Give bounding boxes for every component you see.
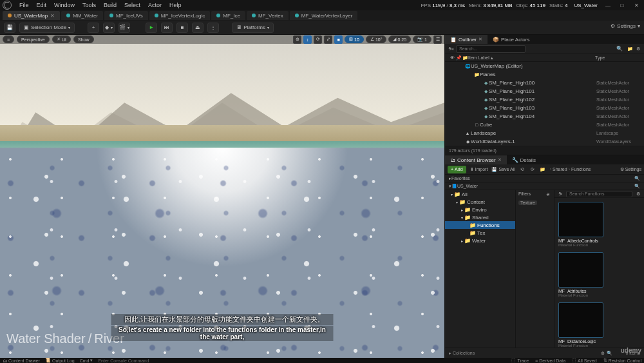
vp-scale-snap[interactable]: ◢0.25 — [388, 35, 411, 43]
outliner-settings-icon[interactable]: ⚙ — [635, 46, 641, 52]
col-item-label[interactable]: Item Label ▴ — [468, 55, 595, 61]
outliner-row[interactable]: □CubeStaticMeshActor — [445, 121, 644, 129]
asset-settings-icon[interactable]: ⚙ — [635, 191, 641, 197]
asset-tile[interactable]: MF_DistanceLogicMaterial Function — [558, 302, 603, 348]
outliner-row[interactable]: 🌐US_WaterMap (Editor) — [445, 62, 644, 70]
filter-settings-icon[interactable]: ⚞ — [545, 191, 551, 198]
cb-source-tree[interactable]: ▾📁All▾📁Content▸📁Enviro▾📁Shared📁Functions… — [445, 190, 516, 348]
vp-scale-icon[interactable]: ⤢ — [324, 35, 332, 44]
outliner-search-input[interactable] — [456, 45, 526, 53]
menu-edit[interactable]: Edit — [37, 2, 47, 8]
crumb-functions[interactable]: Functions — [571, 167, 591, 172]
tab-details[interactable]: 🔧 Details — [507, 155, 541, 164]
cb-add-button[interactable]: + Add — [448, 166, 466, 173]
menu-select[interactable]: Select — [124, 2, 140, 8]
outliner-tree[interactable]: 🌐US_WaterMap (Editor)📁Planes◆SM_Plane_Hi… — [445, 62, 644, 146]
outliner-row[interactable]: ◆SM_Plane_High100StaticMeshActor — [445, 79, 644, 87]
settings-dropdown[interactable]: ⚙ Settings ▾ — [611, 23, 640, 29]
tab-place-actors[interactable]: 📦 Place Actors — [488, 35, 535, 44]
vp-camera-speed[interactable]: 📷1 — [413, 35, 431, 43]
vp-maximize-icon[interactable]: ☰ — [433, 35, 442, 44]
play-button[interactable]: ► — [146, 23, 157, 33]
doc-tab[interactable]: MF_IceUVs — [104, 11, 148, 20]
cb-settings-button[interactable]: ⚙ Settings — [620, 167, 641, 172]
console-input[interactable]: Enter Console Command — [98, 358, 149, 363]
output-log-button[interactable]: 📜 Output Log — [45, 358, 75, 363]
cb-collection-search-icon[interactable]: 🔍 — [606, 350, 612, 357]
selection-mode-dropdown[interactable]: ▣Selection Mode▾ — [19, 23, 75, 33]
content-drawer-button[interactable]: 🗂 Content Drawer — [3, 358, 40, 363]
outliner-row[interactable]: ▲LandscapeLandscape — [445, 129, 644, 137]
menu-file[interactable]: File — [19, 2, 29, 8]
filter-chip-texture[interactable]: Texture — [518, 201, 537, 205]
blueprints-button[interactable]: ◆▾ — [103, 23, 115, 33]
col-pin-icon[interactable]: 📌 — [455, 55, 462, 61]
save-button[interactable]: 💾 — [4, 23, 15, 33]
platforms-dropdown[interactable]: 🖥Platforms▾ — [232, 23, 274, 33]
outliner-row[interactable]: ◆SM_Plane_High104StaticMeshActor — [445, 112, 644, 121]
all-saved-button[interactable]: ⬚ All Saved — [572, 358, 597, 363]
cb-tree-row[interactable]: ▸📁Water — [445, 237, 515, 244]
cb-save-all-button[interactable]: 💾 Save All — [491, 167, 515, 172]
cb-import-button[interactable]: ⬇ Import — [470, 167, 488, 172]
vp-angle-snap[interactable]: ∠10° — [366, 35, 387, 43]
asset-search-input[interactable] — [566, 191, 632, 197]
cb-collection-add-icon[interactable]: ⊕ — [600, 350, 606, 357]
revision-control-button[interactable]: ⇅ Revision Control — [603, 358, 641, 363]
menu-window[interactable]: Window — [54, 2, 75, 8]
cb-favorites-row[interactable]: ▸Favorites🔍 — [445, 175, 644, 182]
asset-filter-icon[interactable]: ⚞ — [557, 191, 564, 197]
search-icon[interactable]: 🔍 — [634, 175, 640, 182]
doc-tab[interactable]: MF_IceVertexLogic — [149, 11, 210, 20]
cb-tree-row[interactable]: 📁Tex — [445, 229, 515, 237]
cb-tree-row[interactable]: ▾📁All — [445, 190, 515, 198]
asset-grid[interactable]: MF_AlbedoControlsMaterial FunctionMF_Att… — [554, 198, 644, 348]
window-max[interactable]: □ — [618, 1, 626, 9]
menu-help[interactable]: Help — [169, 2, 182, 8]
eject-button[interactable]: ⏏ — [192, 23, 204, 33]
outliner-row[interactable]: ◆WorldDataLayers-1WorldDataLayers — [445, 137, 644, 146]
viewport-show[interactable]: Show — [73, 35, 94, 43]
viewport-lit[interactable]: ☀Lit — [52, 35, 71, 43]
derived-data-button[interactable]: ≡ Derived Data — [535, 358, 565, 363]
cb-tree-row[interactable]: ▾📁Content — [445, 198, 515, 206]
cinematics-button[interactable]: 🎬▾ — [118, 23, 130, 33]
outliner-row[interactable]: ◆SM_Plane_High102StaticMeshActor — [445, 95, 644, 104]
cb-history-back-icon[interactable]: ⟲ — [519, 166, 526, 173]
tab-outliner[interactable]: 📋 Outliner ✕ — [445, 35, 488, 44]
menu-tools[interactable]: Tools — [82, 2, 96, 8]
vp-grid-snap[interactable]: ⊞10 — [345, 35, 364, 43]
crumb-shared[interactable]: Shared — [553, 167, 567, 172]
cb-tree-row[interactable]: ▸📁Enviro — [445, 206, 515, 213]
window-close[interactable]: ✕ — [632, 1, 640, 9]
outliner-row[interactable]: 📁Planes — [445, 70, 644, 79]
col-type[interactable]: Type — [595, 55, 640, 60]
play-options[interactable]: ⋮ — [207, 23, 219, 33]
cb-path-icon[interactable]: 📁 — [540, 166, 546, 173]
vp-select-icon[interactable]: ⊕ — [293, 35, 301, 44]
cb-tree-row[interactable]: 📁Functions — [445, 221, 515, 229]
cb-history-fwd-icon[interactable]: ⟳ — [529, 166, 536, 173]
filters-label[interactable]: Filters — [518, 191, 531, 198]
vp-world-icon[interactable]: ■ — [334, 35, 343, 44]
trace-button[interactable]: ⬚ Trace — [511, 358, 529, 363]
cmd-dropdown[interactable]: Cmd ▾ — [80, 358, 93, 363]
cb-tree-row[interactable]: ▾📁Shared — [445, 213, 515, 221]
vp-rotate-icon[interactable]: ⟳ — [314, 35, 322, 44]
viewport-options[interactable]: ≡ — [3, 35, 14, 43]
cb-collections[interactable]: ▸ Collections — [449, 351, 600, 356]
doc-tab[interactable]: MF_Vertex — [247, 11, 289, 20]
tab-content-browser[interactable]: 🗂 Content Browser ✕ — [445, 155, 507, 164]
search-icon[interactable]: 🔍 — [634, 183, 640, 190]
menu-build[interactable]: Build — [104, 2, 117, 8]
stop-button[interactable]: ■ — [176, 23, 188, 33]
outliner-row[interactable]: ◆SM_Plane_High101StaticMeshActor — [445, 87, 644, 95]
asset-tile[interactable]: MF_AlbedoControlsMaterial Function — [558, 202, 603, 247]
vp-translate-icon[interactable]: ↕ — [303, 35, 312, 44]
outliner-filter-icon[interactable]: ⚞▾ — [448, 46, 454, 52]
doc-tab[interactable]: US_WaterMap✕ — [3, 11, 60, 20]
level-viewport[interactable] — [0, 35, 444, 358]
outliner-newfolder-icon[interactable]: 📁 — [627, 46, 633, 52]
doc-tab[interactable]: MM_Water — [61, 11, 103, 20]
window-min[interactable]: — — [604, 1, 612, 9]
